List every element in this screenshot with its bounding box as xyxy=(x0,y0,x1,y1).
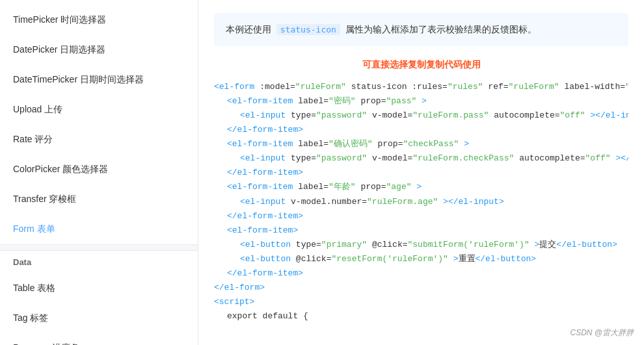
code-line-9: <el-input v-model.number="ruleForm.age" … xyxy=(214,195,628,209)
copy-hint: 可直接选择复制复制代码使用 xyxy=(214,59,628,71)
sidebar-item-datetimepicker[interactable]: DateTimePicker 日期时间选择器 xyxy=(0,65,198,95)
code-line-2: <el-form-item label="密码" prop="pass" > xyxy=(214,94,628,109)
code-line-10: </el-form-item> xyxy=(214,209,628,224)
code-line-7: </el-form-item> xyxy=(214,166,628,180)
sidebar-item-rate[interactable]: Rate 评分 xyxy=(0,125,198,155)
code-line-8: <el-form-item label="年龄" prop="age" > xyxy=(214,180,628,194)
sidebar-item-tag[interactable]: Tag 标签 xyxy=(0,303,198,333)
code-line-12: <el-button type="primary" @click="submit… xyxy=(214,238,628,252)
sidebar-section-data: Data xyxy=(0,251,198,274)
sidebar-item-datepicker[interactable]: DatePicker 日期选择器 xyxy=(0,35,198,65)
code-line-16: <script> xyxy=(214,295,628,309)
code-line-5: <el-form-item label="确认密码" prop="checkPa… xyxy=(214,137,628,151)
info-text-after: 属性为输入框添加了表示校验结果的反馈图标。 xyxy=(345,24,537,34)
sidebar-item-transfer[interactable]: Transfer 穿梭框 xyxy=(0,185,198,214)
code-line-1: <el-form :model="ruleForm" status-icon :… xyxy=(214,80,628,94)
code-line-4: </el-form-item> xyxy=(214,123,628,137)
sidebar-item-progress[interactable]: Progress 进度条 xyxy=(0,333,198,345)
code-line-13: <el-button @click="resetForm('ruleForm')… xyxy=(214,252,628,266)
code-line-17: export default { xyxy=(214,309,628,324)
code-line-14: </el-form-item> xyxy=(214,266,628,281)
info-box: 本例还使用 status-icon 属性为输入框添加了表示校验结果的反馈图标。 xyxy=(214,13,628,46)
sidebar-item-upload[interactable]: Upload 上传 xyxy=(0,95,198,125)
info-text-before: 本例还使用 xyxy=(226,24,271,34)
sidebar: TimePicker 时间选择器 DatePicker 日期选择器 DateTi… xyxy=(0,0,198,345)
main-content: 本例还使用 status-icon 属性为输入框添加了表示校验结果的反馈图标。 … xyxy=(198,0,644,345)
code-line-6: <el-input type="password" v-model="ruleF… xyxy=(214,151,628,166)
code-block[interactable]: <el-form :model="ruleForm" status-icon :… xyxy=(214,80,628,324)
sidebar-item-timepicker[interactable]: TimePicker 时间选择器 xyxy=(0,5,198,35)
code-line-3: <el-input type="password" v-model="ruleF… xyxy=(214,109,628,123)
sidebar-item-colorpicker[interactable]: ColorPicker 颜色选择器 xyxy=(0,155,198,185)
status-icon-tag: status-icon xyxy=(276,24,340,35)
code-line-15: </el-form> xyxy=(214,281,628,295)
sidebar-item-table[interactable]: Table 表格 xyxy=(0,274,198,303)
watermark: CSDN @雷大胖胖 xyxy=(570,327,634,339)
sidebar-item-form[interactable]: Form 表单 xyxy=(0,214,198,244)
code-line-11: <el-form-item> xyxy=(214,224,628,238)
sidebar-divider-data xyxy=(0,244,198,251)
